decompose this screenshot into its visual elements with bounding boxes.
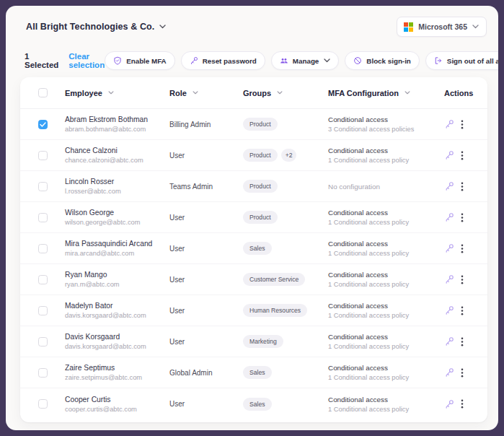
clear-selection-link[interactable]: Clear selection xyxy=(68,52,105,69)
top-bar: All Bright Technologies & Co. Microsoft … xyxy=(6,6,498,37)
key-icon[interactable] xyxy=(444,336,454,346)
key-icon[interactable] xyxy=(444,399,454,409)
row-checkbox[interactable] xyxy=(38,182,48,191)
row-checkbox[interactable] xyxy=(38,306,48,315)
row-checkbox[interactable] xyxy=(38,275,48,284)
row-checkbox[interactable] xyxy=(38,213,48,222)
group-badge: Sales xyxy=(243,398,272,411)
kebab-menu-icon[interactable] xyxy=(461,213,464,222)
button-label: Enable MFA xyxy=(126,57,167,65)
select-all-checkbox[interactable] xyxy=(38,88,48,97)
selection-toolbar: 1 Selected Clear selection Enable MFA Re… xyxy=(6,37,498,70)
column-header-employee[interactable]: Employee xyxy=(65,89,169,97)
kebab-menu-icon[interactable] xyxy=(461,244,464,253)
group-badge: Product xyxy=(243,118,278,131)
key-icon[interactable] xyxy=(444,274,454,284)
table-row: Lincoln Rosser l.rosser@abtc.com Teams A… xyxy=(20,171,487,202)
table-header: Employee Role Groups MFA Configuration A… xyxy=(20,77,487,109)
key-icon[interactable] xyxy=(444,305,454,315)
block-signin-button[interactable]: Block sign-in xyxy=(345,51,420,70)
kebab-menu-icon[interactable] xyxy=(461,275,464,284)
row-checkbox[interactable] xyxy=(38,151,48,160)
button-label: Sign out of all apps xyxy=(447,57,498,65)
company-name: All Bright Technologies & Co. xyxy=(26,22,154,32)
key-icon[interactable] xyxy=(444,212,454,222)
employee-cell: Ryan Mango ryan.m@abtc.com xyxy=(65,271,169,288)
mfa-title: Conditional access xyxy=(328,333,444,341)
more-groups-badge[interactable]: +2 xyxy=(281,149,297,162)
mfa-title: Conditional access xyxy=(328,271,444,279)
table-row: Madelyn Bator davis.korsgaard@abtc.com U… xyxy=(20,295,487,326)
actions-cell xyxy=(444,212,487,222)
mfa-detail: 1 Conditional access policy xyxy=(328,281,444,288)
mfa-detail: 1 Conditional access policy xyxy=(328,219,444,226)
actions-cell xyxy=(444,399,487,409)
row-checkbox[interactable] xyxy=(38,337,48,346)
employee-cell: Davis Korsgaard davis.korsgaard@abtc.com xyxy=(65,333,169,350)
kebab-menu-icon[interactable] xyxy=(461,399,464,409)
mfa-title: Conditional access xyxy=(328,302,444,310)
group-badge: Human Resources xyxy=(243,304,307,317)
key-icon[interactable] xyxy=(444,150,454,160)
role-cell: User xyxy=(169,276,243,284)
people-icon xyxy=(280,56,288,65)
sort-chevron-icon[interactable] xyxy=(404,91,410,95)
employee-cell: Chance Calzoni chance.calzoni@abtc.com xyxy=(65,147,169,164)
role-cell: User xyxy=(169,400,243,408)
role-cell: User xyxy=(169,214,243,222)
key-icon[interactable] xyxy=(444,243,454,253)
mfa-cell: Conditional access 1 Conditional access … xyxy=(328,302,444,319)
table-row: Mira Passaquindici Arcand mira.arcand@ab… xyxy=(20,233,487,264)
employee-email: davis.korsgaard@abtc.com xyxy=(65,312,169,319)
kebab-menu-icon[interactable] xyxy=(461,182,464,191)
sort-chevron-icon[interactable] xyxy=(108,91,114,95)
role-cell: User xyxy=(169,245,243,253)
chevron-down-icon xyxy=(159,25,166,29)
mfa-cell: Conditional access 1 Conditional access … xyxy=(328,271,444,288)
sort-chevron-icon[interactable] xyxy=(277,91,283,95)
kebab-menu-icon[interactable] xyxy=(461,368,464,378)
mfa-detail: 3 Conditional access policies xyxy=(328,126,444,133)
row-checkbox[interactable] xyxy=(38,399,48,409)
key-icon[interactable] xyxy=(444,119,454,129)
kebab-menu-icon[interactable] xyxy=(461,120,464,129)
kebab-menu-icon[interactable] xyxy=(461,151,464,160)
role-cell: User xyxy=(169,307,243,315)
sort-chevron-icon[interactable] xyxy=(193,91,198,95)
column-header-role[interactable]: Role xyxy=(169,89,243,97)
table-row: Ryan Mango ryan.m@abtc.com User Customer… xyxy=(20,264,487,295)
role-cell: Billing Admin xyxy=(169,121,243,128)
groups-cell: Product xyxy=(243,211,328,224)
enable-mfa-button[interactable]: Enable MFA xyxy=(105,51,175,70)
mfa-cell: Conditional access 1 Conditional access … xyxy=(328,364,444,381)
actions-cell xyxy=(444,181,487,191)
group-badge: Sales xyxy=(243,242,272,255)
employee-cell: Cooper Curtis cooper.curtis@abtc.com xyxy=(65,396,169,413)
column-header-mfa[interactable]: MFA Configuration xyxy=(328,89,444,97)
row-checkbox[interactable] xyxy=(38,368,48,378)
row-checkbox[interactable] xyxy=(38,120,48,129)
mfa-cell: Conditional access 1 Conditional access … xyxy=(328,209,444,226)
kebab-menu-icon[interactable] xyxy=(461,306,464,315)
groups-cell: Product +2 xyxy=(243,149,328,162)
product-selector[interactable]: Microsoft 365 xyxy=(397,17,487,37)
manage-button[interactable]: Manage xyxy=(271,51,339,70)
groups-cell: Customer Service xyxy=(243,273,328,286)
sign-out-all-apps-button[interactable]: Sign out of all apps xyxy=(425,51,498,70)
kebab-menu-icon[interactable] xyxy=(461,337,464,346)
key-icon[interactable] xyxy=(444,367,454,378)
table-row: Wilson George wilson.george@abtc.com Use… xyxy=(20,202,487,233)
row-checkbox[interactable] xyxy=(38,244,48,253)
key-icon[interactable] xyxy=(444,181,454,191)
actions-cell xyxy=(444,243,487,253)
actions-cell xyxy=(444,305,487,315)
chevron-down-icon xyxy=(472,25,479,29)
mfa-detail: 1 Conditional access policy xyxy=(328,250,444,257)
role-cell: Teams Admin xyxy=(169,183,243,191)
company-selector[interactable]: All Bright Technologies & Co. xyxy=(26,22,166,32)
reset-password-button[interactable]: Reset password xyxy=(181,51,265,70)
column-header-groups[interactable]: Groups xyxy=(243,89,328,97)
mfa-cell: Conditional access 1 Conditional access … xyxy=(328,396,444,413)
employee-cell: Madelyn Bator davis.korsgaard@abtc.com xyxy=(65,302,169,319)
users-table: Employee Role Groups MFA Configuration A… xyxy=(20,77,487,422)
